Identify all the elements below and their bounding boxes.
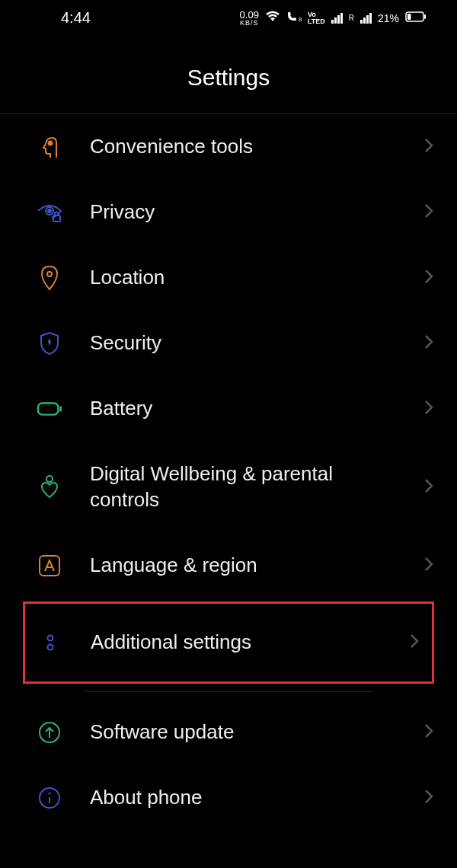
battery-icon [405, 11, 427, 24]
volte-icon: Vo LTED [308, 11, 325, 25]
signal-2-icon [360, 13, 372, 24]
settings-item-label: Location [90, 265, 396, 291]
svg-point-13 [48, 635, 53, 640]
settings-item-label: Additional settings [91, 630, 382, 656]
pin-icon [37, 265, 62, 291]
dots-icon [37, 630, 63, 656]
svg-rect-3 [424, 14, 426, 19]
svg-rect-2 [407, 14, 411, 20]
settings-item-battery[interactable]: Battery [0, 376, 457, 442]
svg-rect-9 [38, 403, 58, 414]
svg-point-4 [49, 142, 53, 145]
chevron-right-icon [423, 267, 434, 289]
chevron-right-icon [423, 333, 434, 354]
settings-item-label: Language & region [90, 553, 396, 579]
settings-item-language-region[interactable]: Language & region [0, 533, 457, 598]
settings-item-label: Convenience tools [90, 134, 396, 160]
chevron-right-icon [423, 787, 434, 809]
chevron-right-icon [423, 477, 434, 498]
chevron-right-icon [423, 555, 434, 576]
settings-item-label: Security [90, 330, 396, 356]
svg-point-17 [49, 792, 51, 794]
chevron-right-icon [409, 632, 420, 653]
battery-icon [37, 396, 62, 422]
signal-1-icon [331, 13, 343, 24]
status-time: 4:44 [61, 9, 91, 27]
settings-item-label: Battery [90, 396, 396, 422]
svg-point-6 [48, 209, 51, 212]
chevron-right-icon [423, 722, 434, 743]
svg-text:8: 8 [299, 16, 302, 23]
settings-item-digital-wellbeing[interactable]: Digital Wellbeing & parental controls [0, 442, 457, 533]
settings-item-additional-settings[interactable]: Additional settings [23, 602, 434, 684]
arrow-up-circle-icon [37, 720, 62, 745]
page-title: Settings [0, 33, 457, 114]
settings-item-security[interactable]: Security [0, 311, 457, 376]
settings-item-label: Software update [90, 720, 396, 745]
settings-item-privacy[interactable]: Privacy [0, 180, 457, 245]
svg-rect-10 [59, 406, 62, 412]
settings-list: Convenience toolsPrivacyLocationSecurity… [0, 114, 457, 831]
settings-item-label: Privacy [90, 199, 396, 225]
chevron-right-icon [423, 398, 434, 420]
status-right: 0.09 KB/S 8 Vo LTED R 21% [240, 10, 427, 27]
svg-point-8 [47, 272, 52, 276]
list-divider [84, 691, 373, 692]
battery-percent: 21% [378, 12, 399, 24]
person-heart-icon [37, 474, 62, 500]
settings-item-software-update[interactable]: Software update [0, 700, 457, 765]
eye-lock-icon [37, 199, 62, 225]
settings-item-convenience-tools[interactable]: Convenience tools [0, 114, 457, 180]
letter-a-icon [37, 553, 62, 579]
settings-item-label: Digital Wellbeing & parental controls [90, 461, 396, 513]
status-bar: 4:44 0.09 KB/S 8 Vo LTED R 21% [0, 0, 457, 33]
svg-point-11 [46, 476, 53, 482]
settings-item-location[interactable]: Location [0, 245, 457, 311]
chevron-right-icon [423, 202, 434, 223]
shield-icon [37, 330, 62, 356]
network-speed: 0.09 KB/S [240, 10, 259, 27]
call-wifi-icon: 8 [286, 11, 302, 25]
settings-item-label: About phone [90, 785, 396, 811]
svg-point-14 [48, 644, 53, 649]
roaming-indicator: R [349, 14, 354, 22]
settings-item-about-phone[interactable]: About phone [0, 765, 457, 831]
head-icon [37, 134, 62, 160]
chevron-right-icon [423, 136, 434, 158]
info-circle-icon [37, 785, 62, 811]
wifi-icon [265, 11, 280, 25]
